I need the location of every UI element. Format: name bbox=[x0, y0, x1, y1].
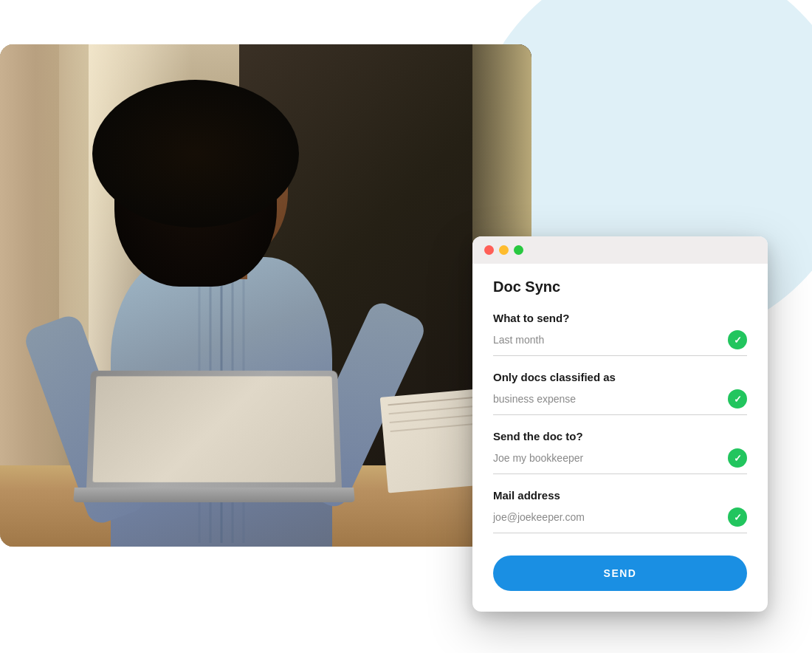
form-group-docs-classified: Only docs classified as business expense bbox=[493, 371, 747, 415]
app-window: Doc Sync What to send? Last month Only d… bbox=[472, 236, 768, 612]
traffic-light-red[interactable] bbox=[484, 245, 494, 255]
traffic-light-green[interactable] bbox=[514, 245, 523, 255]
field-label-docs-classified: Only docs classified as bbox=[493, 371, 747, 383]
form-group-send-to: Send the doc to? Joe my bookkeeper bbox=[493, 430, 747, 474]
window-titlebar bbox=[472, 236, 768, 264]
window-title: Doc Sync bbox=[493, 278, 747, 295]
field-label-what-to-send: What to send? bbox=[493, 312, 747, 324]
field-row-mail-address[interactable]: joe@joekeeper.com bbox=[493, 507, 747, 533]
form-group-what-to-send: What to send? Last month bbox=[493, 312, 747, 356]
field-label-send-to: Send the doc to? bbox=[493, 430, 747, 442]
check-icon-mail-address bbox=[728, 507, 747, 527]
field-row-send-to[interactable]: Joe my bookkeeper bbox=[493, 448, 747, 474]
check-icon-what-to-send bbox=[728, 330, 747, 349]
check-icon-send-to bbox=[728, 448, 747, 468]
field-value-docs-classified: business expense bbox=[493, 393, 728, 405]
form-group-mail-address: Mail address joe@joekeeper.com bbox=[493, 489, 747, 533]
field-label-mail-address: Mail address bbox=[493, 489, 747, 502]
background-photo bbox=[0, 44, 531, 547]
field-row-docs-classified[interactable]: business expense bbox=[493, 389, 747, 415]
field-row-what-to-send[interactable]: Last month bbox=[493, 330, 747, 356]
traffic-light-yellow[interactable] bbox=[499, 245, 509, 255]
window-content: Doc Sync What to send? Last month Only d… bbox=[472, 264, 768, 612]
send-button[interactable]: SEND bbox=[493, 555, 747, 591]
scene: Doc Sync What to send? Last month Only d… bbox=[0, 0, 812, 653]
field-value-send-to: Joe my bookkeeper bbox=[493, 452, 728, 464]
check-icon-docs-classified bbox=[728, 389, 747, 408]
field-value-mail-address: joe@joekeeper.com bbox=[493, 511, 728, 523]
field-value-what-to-send: Last month bbox=[493, 334, 728, 346]
